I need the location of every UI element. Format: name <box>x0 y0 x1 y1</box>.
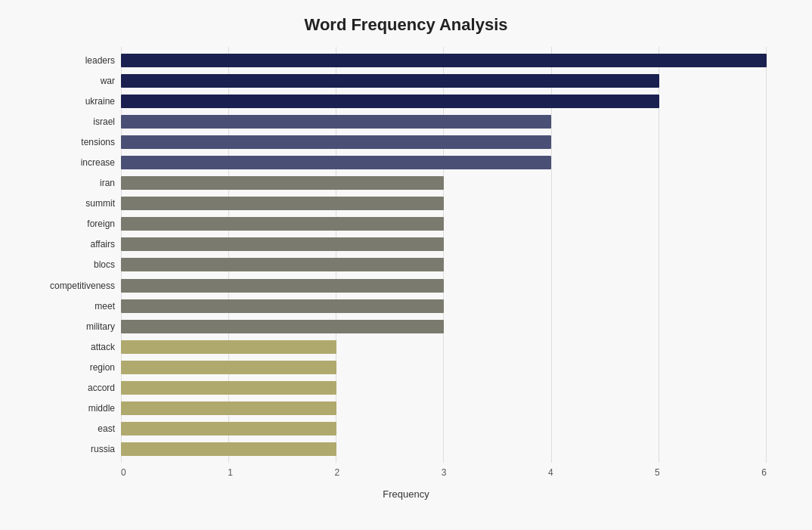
bar <box>121 442 336 456</box>
bar <box>121 340 336 354</box>
bar-row: war <box>121 73 767 89</box>
bar-label: ukraine <box>9 96 115 107</box>
x-tick-label: 5 <box>655 467 660 478</box>
bar-row: meet <box>121 298 767 315</box>
bar <box>121 135 551 149</box>
bar-row: competitiveness <box>121 277 767 294</box>
bar <box>121 422 336 435</box>
bar <box>121 74 659 88</box>
bar-row: accord <box>121 380 767 396</box>
bar <box>121 197 444 210</box>
bar-row: ukraine <box>121 93 767 110</box>
bar <box>121 381 336 395</box>
x-axis: 0123456 <box>121 463 767 485</box>
bar-row: leaders <box>121 52 767 69</box>
bar <box>121 361 336 374</box>
bar-label: east <box>9 423 115 434</box>
bar-label: attack <box>9 342 115 352</box>
x-tick-label: 3 <box>442 467 447 478</box>
bar-label: military <box>9 321 115 332</box>
bar-label: iran <box>9 178 115 188</box>
bar-row: summit <box>121 195 767 212</box>
bar <box>121 95 659 108</box>
bar-row: military <box>121 318 767 335</box>
bar <box>121 279 444 293</box>
bar-label: region <box>9 362 115 373</box>
bar-row: east <box>121 420 767 437</box>
bar-row: tensions <box>121 134 767 150</box>
bar-label: summit <box>9 198 115 209</box>
bar-label: foreign <box>9 219 115 229</box>
bar <box>121 54 767 67</box>
bar-label: leaders <box>9 55 115 66</box>
chart-area: leaderswarukraineisraeltensionsincreasei… <box>121 47 767 485</box>
bar <box>121 156 551 169</box>
bar <box>121 176 444 190</box>
x-tick-label: 4 <box>548 467 553 478</box>
x-tick-label: 1 <box>228 467 233 478</box>
bar-row: iran <box>121 175 767 191</box>
bar-row: middle <box>121 400 767 417</box>
x-axis-label: Frequency <box>45 488 767 500</box>
bars-container: leaderswarukraineisraeltensionsincreasei… <box>121 47 767 463</box>
bar-row: israel <box>121 113 767 130</box>
bar-label: russia <box>9 444 115 454</box>
bar <box>121 299 444 313</box>
chart-container: Word Frequency Analysis leaderswarukrain… <box>0 0 812 530</box>
bar-label: war <box>9 76 115 86</box>
bar-row: affairs <box>121 236 767 253</box>
bar-label: affairs <box>9 239 115 250</box>
bar-row: attack <box>121 339 767 355</box>
bar-row: blocs <box>121 256 767 273</box>
bar-row: increase <box>121 154 767 171</box>
chart-title: Word Frequency Analysis <box>45 15 767 35</box>
bar <box>121 237 444 251</box>
bar-row: russia <box>121 441 767 457</box>
bar <box>121 401 336 415</box>
x-tick-label: 6 <box>761 467 767 478</box>
bar-label: middle <box>9 403 115 414</box>
bar <box>121 258 444 271</box>
bar-label: blocs <box>9 259 115 270</box>
bar-label: israel <box>9 116 115 127</box>
bar-row: foreign <box>121 215 767 232</box>
x-tick-label: 2 <box>334 467 339 478</box>
bar <box>121 320 444 333</box>
bar-row: region <box>121 359 767 376</box>
bar-label: accord <box>9 383 115 393</box>
bar <box>121 115 551 129</box>
bar <box>121 217 444 231</box>
bar-label: tensions <box>9 137 115 147</box>
bar-label: increase <box>9 157 115 168</box>
bar-label: meet <box>9 301 115 311</box>
bar-label: competitiveness <box>9 280 115 291</box>
x-tick-label: 0 <box>121 467 126 478</box>
